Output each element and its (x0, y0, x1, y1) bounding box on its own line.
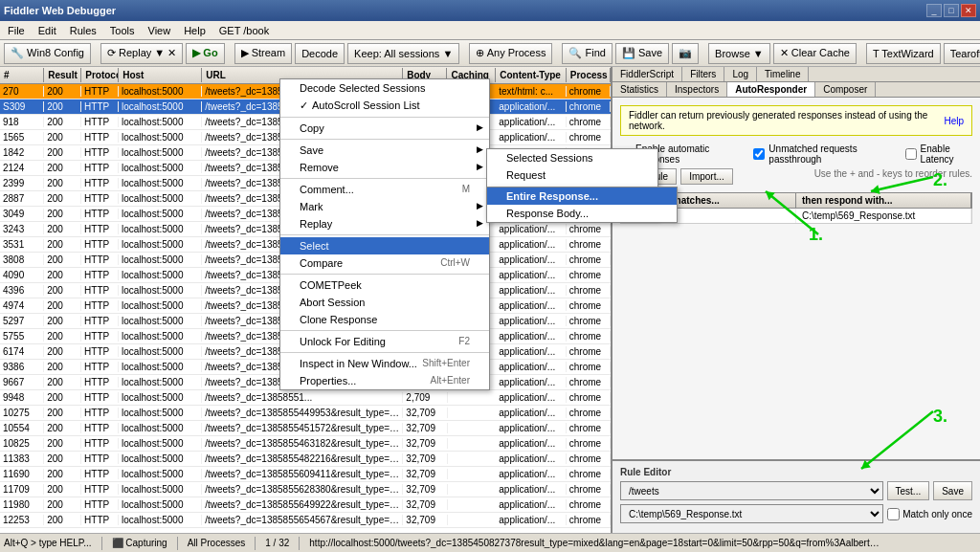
test-button[interactable]: Test... (887, 481, 930, 500)
rule-response-dropdown[interactable]: C:\temp\569_Response.txt (620, 504, 883, 523)
tab-inspectors[interactable]: Inspectors (667, 82, 727, 97)
tab-timeline[interactable]: Timeline (757, 67, 809, 81)
session-row[interactable]: 11690200HTTPlocalhost:5000/tweets?_dc=13… (0, 467, 611, 482)
ctx-abort[interactable]: Abort Session (280, 294, 489, 311)
unmatched-passthrough-checkbox[interactable] (753, 148, 765, 160)
session-row[interactable]: 11709200HTTPlocalhost:5000/tweets?_dc=13… (0, 482, 611, 497)
ctx-remove[interactable]: Remove (280, 159, 489, 176)
ctx-unlock[interactable]: Unlock For Editing F2 (280, 333, 489, 350)
session-protocol: HTTP (81, 101, 119, 112)
ar-info-bar: Fiddler can return previously generated … (620, 105, 972, 136)
any-process-button[interactable]: ⊕ Any Process (469, 43, 552, 64)
menu-view[interactable]: View (143, 23, 177, 38)
ctx-autoscroll[interactable]: ✓AutoScroll Session List (280, 97, 489, 115)
ctx-mark[interactable]: Mark (280, 198, 489, 215)
match-once-checkbox[interactable] (887, 508, 900, 520)
browse-button[interactable]: Browse ▼ (708, 43, 770, 64)
response-entire[interactable]: Entire Response... (487, 188, 677, 205)
reorder-note: Use the + and - keys to reorder rules. (814, 168, 972, 185)
window-controls: _ □ ✕ (926, 4, 976, 17)
capture-status[interactable]: ⬛ Capturing (112, 538, 167, 548)
rule-save-button[interactable]: Save (933, 481, 972, 500)
ctx-clone[interactable]: Clone Response (280, 311, 489, 328)
keep-button[interactable]: Keep: All sessions ▼ (347, 43, 459, 64)
stream-button[interactable]: ▶ Stream (234, 43, 293, 64)
textwizard-button[interactable]: T TextWizard (866, 43, 941, 64)
menu-file[interactable]: File (2, 23, 31, 38)
session-row[interactable]: 10554200HTTPlocalhost:5000/tweets?_dc=13… (0, 421, 611, 436)
menu-get-book[interactable]: GET /book (213, 23, 275, 38)
menu-bar: File Edit Rules Tools View Help GET /boo… (0, 21, 980, 40)
menu-help[interactable]: Help (178, 23, 212, 38)
clear-cache-button[interactable]: ✕ Clear Cache (773, 43, 857, 64)
menu-edit[interactable]: Edit (33, 23, 62, 38)
replay-button[interactable]: ⟳ Replay ▼ ✕ (100, 43, 183, 64)
decode-button[interactable]: Decode (295, 43, 345, 64)
session-host: localhost:5000 (119, 86, 202, 97)
ar-help-link[interactable]: Help (944, 116, 964, 126)
session-row[interactable]: 10825200HTTPlocalhost:5000/tweets?_dc=13… (0, 436, 611, 452)
autoresponder-panel: Fiddler can return previously generated … (612, 98, 980, 459)
ctx-inspect[interactable]: Inspect in New Window... Shift+Enter (280, 355, 489, 372)
right-tabs: FiddlerScript Filters Log Timeline (612, 67, 980, 82)
rule-match-dropdown[interactable]: /tweets (620, 481, 883, 500)
tab-statistics[interactable]: Statistics (612, 82, 667, 97)
session-num: S309 (0, 101, 44, 112)
process-filter[interactable]: All Processes (188, 538, 246, 548)
ctx-decode-sessions[interactable]: Decode Selected Sessions (280, 79, 489, 97)
import-button[interactable]: Import... (680, 168, 733, 185)
win8-config-button[interactable]: 🔧 Win8 Config (4, 43, 91, 64)
ctx-select[interactable]: Select (280, 237, 489, 254)
right-panel: FiddlerScript Filters Log Timeline Stati… (612, 67, 980, 533)
ctx-cometpeek[interactable]: COMETPeek (280, 276, 489, 294)
screenshot-button[interactable]: 📷 (672, 43, 699, 64)
response-body[interactable]: Response Body... (487, 205, 677, 222)
match-once-label: Match only once (902, 509, 972, 519)
ctx-sep-5 (280, 274, 489, 275)
tearoff-button[interactable]: Tearoff (944, 43, 980, 64)
save-selected-sessions[interactable]: Selected Sessions (487, 149, 657, 166)
menu-tools[interactable]: Tools (104, 23, 141, 38)
ctx-properties[interactable]: Properties... Alt+Enter (280, 372, 489, 389)
ctx-replay[interactable]: Replay (280, 215, 489, 232)
close-button[interactable]: ✕ (961, 4, 976, 17)
minimize-button[interactable]: _ (926, 4, 942, 17)
session-num: 270 (0, 86, 44, 97)
session-row[interactable]: 10275200HTTPlocalhost:5000/tweets?_dc=13… (0, 406, 611, 421)
menu-rules[interactable]: Rules (64, 23, 102, 38)
session-row[interactable]: 11383200HTTPlocalhost:5000/tweets?_dc=13… (0, 452, 611, 467)
col-header-host[interactable]: Host (119, 68, 202, 82)
status-bar: Alt+Q > type HELP... ⬛ Capturing All Pro… (0, 533, 980, 552)
tab-fiddlerscript[interactable]: FiddlerScript (612, 67, 682, 81)
session-row[interactable]: 12253200HTTPlocalhost:5000/tweets?_dc=13… (0, 513, 611, 528)
session-row[interactable]: 11980200HTTPlocalhost:5000/tweets?_dc=13… (0, 497, 611, 513)
tab-filters[interactable]: Filters (682, 67, 724, 81)
ctx-comment[interactable]: Comment... M (280, 181, 489, 198)
context-menu: Decode Selected Sessions ✓AutoScroll Ses… (279, 78, 490, 390)
save-button[interactable]: 💾 Save (615, 43, 669, 64)
maximize-button[interactable]: □ (944, 4, 959, 17)
col-header-result[interactable]: Result (44, 68, 81, 82)
rule-editor-match-row: /tweets Test... Save (620, 481, 972, 500)
enable-latency-checkbox[interactable] (905, 148, 917, 160)
col-header-protocol[interactable]: Protocol (81, 68, 119, 82)
session-process: chrome (567, 86, 611, 97)
ctx-sep-4 (280, 234, 489, 235)
col-header-content[interactable]: Content-Type (496, 68, 567, 82)
session-count: 1 / 32 (265, 538, 289, 548)
ctx-copy[interactable]: Copy (280, 120, 489, 137)
col-header-process[interactable]: Process (567, 68, 611, 82)
tab-composer[interactable]: Composer (815, 82, 876, 97)
session-protocol: HTTP (81, 86, 119, 97)
ar-toolbar: Add Rule Import... Use the + and - keys … (620, 168, 972, 185)
find-button[interactable]: 🔍 Find (562, 43, 612, 64)
tab-log[interactable]: Log (724, 67, 757, 81)
ctx-save[interactable]: Save (280, 142, 489, 159)
session-row[interactable]: 9948200HTTPlocalhost:5000/tweets?_dc=138… (0, 390, 611, 406)
rule-editor: Rule Editor /tweets Test... Save C:\temp… (612, 459, 980, 533)
save-request[interactable]: Request (487, 166, 657, 184)
ctx-compare[interactable]: Compare Ctrl+W (280, 254, 489, 272)
tab-autoresponder[interactable]: AutoResponder (727, 82, 815, 97)
col-header-num[interactable]: # (0, 68, 44, 82)
go-button[interactable]: ▶ Go (186, 43, 224, 64)
